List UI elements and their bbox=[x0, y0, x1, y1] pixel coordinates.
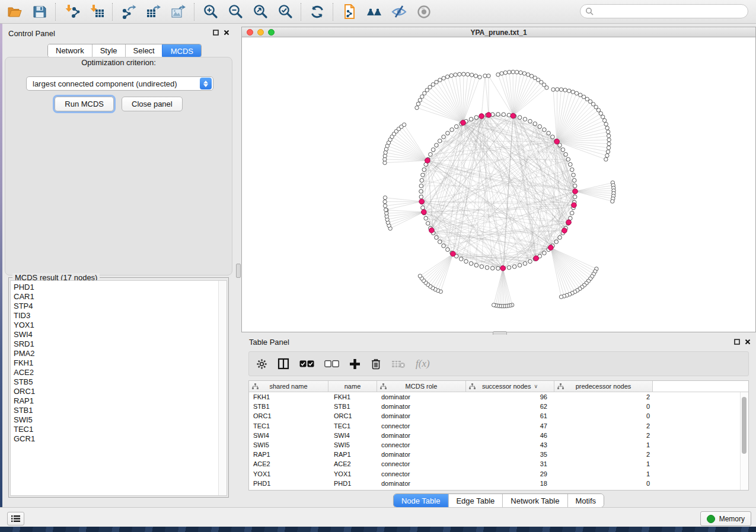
leaf-node[interactable] bbox=[383, 200, 387, 203]
leaf-node[interactable] bbox=[445, 75, 449, 78]
import-table-button[interactable] bbox=[84, 2, 109, 21]
leaf-node[interactable] bbox=[515, 70, 519, 74]
ring-node[interactable] bbox=[512, 265, 516, 269]
leaf-node[interactable] bbox=[483, 74, 487, 78]
vertical-splitter[interactable] bbox=[235, 24, 241, 507]
leaf-node[interactable] bbox=[611, 200, 614, 203]
refresh-view-button[interactable] bbox=[305, 2, 330, 21]
ring-node[interactable] bbox=[523, 262, 527, 266]
ring-node[interactable] bbox=[459, 257, 463, 261]
float-panel-button[interactable] bbox=[212, 29, 219, 36]
table-row[interactable]: FKH1FKH1dominator962 bbox=[249, 392, 741, 402]
mcds-result-item[interactable]: FKH1 bbox=[14, 358, 219, 368]
ring-node[interactable] bbox=[464, 259, 468, 264]
ring-node[interactable] bbox=[454, 124, 458, 129]
leaf-node[interactable] bbox=[402, 123, 406, 126]
leaf-node[interactable] bbox=[607, 138, 611, 142]
ring-node[interactable] bbox=[518, 263, 522, 267]
run-mcds-button[interactable]: Run MCDS bbox=[55, 97, 114, 111]
mcds-hub-node[interactable] bbox=[554, 139, 560, 145]
mcds-result-item[interactable]: YOX1 bbox=[14, 321, 219, 330]
mcds-hub-node[interactable] bbox=[486, 113, 492, 118]
optimization-criterion-select[interactable]: largest connected component (undirected) bbox=[26, 76, 213, 91]
leaf-node[interactable] bbox=[383, 196, 387, 200]
table-row[interactable]: STB1STB1dominator620 bbox=[249, 402, 741, 411]
mcds-hub-node[interactable] bbox=[500, 265, 506, 271]
leaf-node[interactable] bbox=[567, 89, 571, 92]
mcds-result-item[interactable]: ACE2 bbox=[14, 368, 219, 377]
ring-node[interactable] bbox=[561, 148, 565, 152]
zoom-selected-button[interactable] bbox=[273, 2, 298, 21]
ring-node[interactable] bbox=[419, 184, 423, 188]
leaf-node[interactable] bbox=[500, 72, 503, 75]
memory-button[interactable]: Memory bbox=[700, 511, 751, 526]
export-image-button[interactable] bbox=[166, 2, 191, 21]
ring-node[interactable] bbox=[469, 117, 473, 121]
leaf-node[interactable] bbox=[431, 82, 435, 86]
mcds-hub-node[interactable] bbox=[566, 220, 572, 225]
mcds-hub-node[interactable] bbox=[419, 199, 425, 204]
birds-eye-view-button[interactable] bbox=[362, 2, 387, 21]
splitter-handle[interactable] bbox=[236, 264, 241, 278]
tab-style[interactable]: Style bbox=[92, 44, 125, 57]
leaf-node[interactable] bbox=[438, 78, 442, 82]
select-all-button[interactable] bbox=[299, 360, 314, 368]
tab-network-table[interactable]: Network Table bbox=[502, 494, 567, 507]
mcds-list-scrollbar[interactable] bbox=[218, 281, 227, 495]
table-row[interactable]: SWI4SWI4dominator462 bbox=[249, 431, 741, 440]
ring-node[interactable] bbox=[446, 131, 450, 135]
ring-node[interactable] bbox=[523, 117, 527, 121]
mcds-hub-node[interactable] bbox=[425, 158, 430, 164]
ring-node[interactable] bbox=[533, 122, 537, 126]
search-field[interactable] bbox=[580, 4, 748, 18]
leaf-node[interactable] bbox=[599, 111, 602, 115]
leaf-node[interactable] bbox=[526, 73, 529, 76]
leaf-node[interactable] bbox=[492, 303, 495, 307]
ring-node[interactable] bbox=[558, 236, 562, 240]
ring-node[interactable] bbox=[572, 173, 576, 177]
leaf-node[interactable] bbox=[466, 72, 470, 76]
ring-node[interactable] bbox=[485, 265, 489, 270]
delete-column-button[interactable] bbox=[371, 358, 381, 370]
ring-node[interactable] bbox=[570, 211, 574, 215]
ring-node[interactable] bbox=[421, 206, 425, 210]
ring-node[interactable] bbox=[551, 135, 555, 139]
ring-node[interactable] bbox=[569, 162, 573, 166]
ring-node[interactable] bbox=[442, 244, 446, 248]
mcds-result-item[interactable]: STB1 bbox=[14, 406, 219, 415]
ring-node[interactable] bbox=[564, 152, 568, 156]
mcds-hub-node[interactable] bbox=[572, 203, 577, 208]
leaf-node[interactable] bbox=[575, 91, 578, 95]
network-document-button[interactable] bbox=[337, 2, 362, 21]
table-row[interactable]: TEC1TEC1connector472 bbox=[249, 421, 741, 431]
mcds-hub-node[interactable] bbox=[451, 251, 456, 257]
table-scrollbar[interactable] bbox=[740, 392, 748, 490]
leaf-node[interactable] bbox=[604, 158, 608, 161]
tab-edge-table[interactable]: Edge Table bbox=[448, 494, 502, 507]
table-row[interactable]: ORC1ORC1dominator610 bbox=[249, 411, 741, 421]
ring-node[interactable] bbox=[547, 131, 551, 135]
close-panel-button-mcds[interactable]: Close panel bbox=[122, 97, 183, 111]
leaf-node[interactable] bbox=[605, 126, 609, 130]
ring-node[interactable] bbox=[570, 168, 574, 172]
leaf-node[interactable] bbox=[545, 86, 548, 89]
ring-node[interactable] bbox=[528, 119, 532, 123]
zoom-in-button[interactable] bbox=[198, 2, 223, 21]
column-header-successor-nodes[interactable]: successor nodes∨ bbox=[466, 381, 554, 392]
ring-node[interactable] bbox=[502, 113, 506, 117]
close-panel-button[interactable] bbox=[223, 29, 230, 36]
ring-node[interactable] bbox=[422, 168, 426, 172]
mcds-hub-node[interactable] bbox=[562, 228, 567, 233]
show-columns-button[interactable] bbox=[277, 358, 289, 370]
table-row[interactable]: PHD1PHD1dominator180 bbox=[249, 479, 741, 488]
leaf-node[interactable] bbox=[384, 208, 388, 211]
mcds-result-item[interactable]: RAP1 bbox=[14, 396, 219, 406]
leaf-node[interactable] bbox=[508, 70, 511, 74]
leaf-node[interactable] bbox=[519, 70, 522, 74]
table-settings-button[interactable] bbox=[256, 358, 267, 370]
leaf-node[interactable] bbox=[606, 150, 610, 153]
ring-node[interactable] bbox=[496, 113, 500, 117]
mcds-result-item[interactable]: SWI5 bbox=[14, 415, 219, 425]
leaf-node[interactable] bbox=[578, 93, 582, 97]
leaf-node[interactable] bbox=[454, 73, 457, 76]
